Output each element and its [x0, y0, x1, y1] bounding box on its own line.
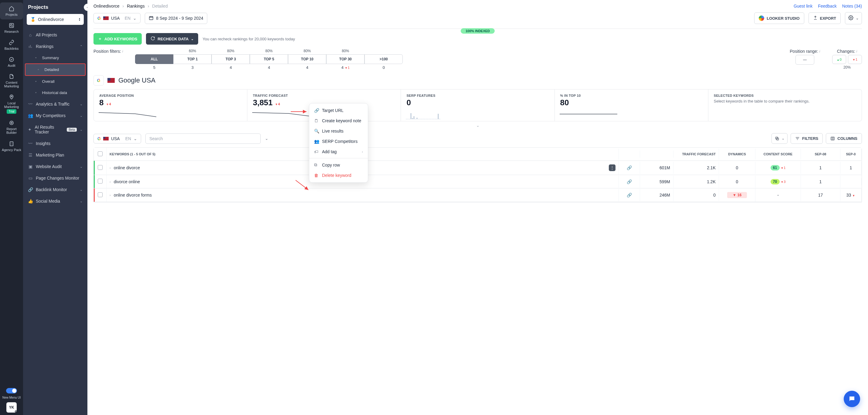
- iconbar-research[interactable]: Research: [0, 20, 23, 36]
- menu-add-tag[interactable]: 🏷Add tag›: [309, 147, 368, 157]
- table-row[interactable]: ›divorce online 🔗 599M 1.2K 0 70 3 1: [94, 175, 862, 188]
- sidebar-item-marketing-plan[interactable]: ☰Marketing Plan: [23, 149, 87, 161]
- select-all-checkbox[interactable]: [98, 151, 102, 156]
- menu-target-url[interactable]: 🔗Target URL: [309, 105, 368, 116]
- col-traffic[interactable]: TRAFFIC FORECAST: [674, 149, 719, 160]
- chat-fab[interactable]: [844, 391, 860, 407]
- recheck-data-button[interactable]: RECHECK DATA ⌄: [146, 33, 198, 44]
- ai-icon: ✦: [28, 127, 32, 132]
- col-sep09[interactable]: SEP-0: [840, 149, 862, 160]
- row-checkbox[interactable]: [98, 179, 102, 184]
- filter-top1[interactable]: TOP 1: [173, 54, 212, 64]
- table-region-picker[interactable]: G USA EN ⌄: [93, 134, 141, 143]
- crumb-1[interactable]: Rankings: [127, 4, 145, 8]
- copy-icon: ⧉: [314, 162, 319, 167]
- menu-delete-keyword[interactable]: 🗑Delete keyword: [309, 170, 368, 181]
- filter-top10[interactable]: TOP 10: [288, 54, 326, 64]
- expand-row-icon[interactable]: ›: [110, 180, 111, 184]
- col-sep08[interactable]: SEP-08: [801, 149, 840, 160]
- changes-up[interactable]: 0: [832, 55, 846, 64]
- link-icon[interactable]: 🔗: [627, 165, 632, 170]
- chevron-down-icon: ⌄: [80, 128, 83, 132]
- crumb-0[interactable]: Onlinedivorce: [93, 4, 120, 8]
- copy-button[interactable]: ⌄: [772, 133, 787, 144]
- main: Onlinedivorce› Rankings› Detailed Guest …: [87, 0, 868, 415]
- position-filters-label: Position filters: i: [93, 49, 123, 54]
- notes-link[interactable]: Notes (34): [842, 4, 862, 8]
- iconbar-content[interactable]: Content Marketing: [0, 70, 23, 91]
- chevron-down-icon: ⌄: [80, 199, 83, 203]
- filter-top3[interactable]: TOP 3: [212, 54, 250, 64]
- filters-button[interactable]: FILTERS: [790, 133, 823, 144]
- sidebar-item-page-monitor[interactable]: ▭Page Changes Monitor: [23, 172, 87, 184]
- engine-title: Google USA: [118, 76, 155, 84]
- sidebar-item-historical[interactable]: •Historical data: [23, 87, 87, 98]
- guest-link[interactable]: Guest link: [794, 4, 812, 8]
- add-keywords-button[interactable]: ＋ ADD KEYWORDS: [93, 33, 142, 44]
- sidebar-item-rankings[interactable]: Rankings ⌃: [23, 41, 87, 52]
- beta-badge: Beta: [67, 128, 77, 132]
- search-input[interactable]: Search: [145, 133, 261, 144]
- looker-studio-button[interactable]: LOOKER STUDIO: [754, 12, 804, 24]
- sidebar-item-competitors[interactable]: 👥My Competitors⌄: [23, 110, 87, 121]
- expand-row-icon[interactable]: ›: [110, 193, 111, 197]
- region-picker[interactable]: G USA EN ⌄: [93, 13, 141, 23]
- menu-ui-toggle[interactable]: [6, 388, 17, 393]
- row-menu-button[interactable]: ⋮: [609, 164, 616, 171]
- pulse-icon: 〰: [28, 102, 33, 106]
- menu-serp-competitors[interactable]: 👥SERP Competitors: [309, 136, 368, 147]
- sidebar-item-analytics[interactable]: 〰Analytics & Traffic⌄: [23, 98, 87, 110]
- sidebar-item-detailed[interactable]: •Detailed: [25, 63, 86, 76]
- sidebar-item-backlink-monitor[interactable]: 🔗Backlink Monitor⌄: [23, 184, 87, 195]
- filter-top30[interactable]: TOP 30: [326, 54, 365, 64]
- sidebar-item-social[interactable]: 👍Social Media⌄: [23, 195, 87, 207]
- avatar[interactable]: YK ⚙: [6, 402, 17, 413]
- columns-icon: [830, 136, 835, 141]
- table-row[interactable]: ›online divorce⋮ 🔗 601M 2.1K 0 61 1 1 1: [94, 161, 862, 175]
- google-icon: G: [93, 75, 104, 86]
- google-icon: G: [97, 16, 101, 21]
- link-icon[interactable]: 🔗: [627, 179, 632, 184]
- chevron-down-icon[interactable]: ⌄: [265, 136, 268, 141]
- settings-button[interactable]: ⌄: [845, 12, 862, 24]
- changes-down[interactable]: 1: [848, 55, 862, 64]
- sidebar-item-insights[interactable]: 〰Insights: [23, 138, 87, 149]
- col-content[interactable]: CONTENT SCORE: [755, 149, 801, 160]
- iconbar-audit[interactable]: Audit: [0, 54, 23, 70]
- expand-toggle[interactable]: ⌄: [87, 121, 868, 132]
- filter-all[interactable]: ALL: [135, 54, 173, 64]
- columns-button[interactable]: COLUMNS: [826, 133, 862, 144]
- menu-copy-row[interactable]: ⧉Copy row: [309, 160, 368, 170]
- filter-gt100[interactable]: >100: [365, 54, 403, 64]
- expand-row-icon[interactable]: ›: [110, 166, 111, 169]
- looker-icon: [759, 15, 764, 21]
- iconbar-backlinks[interactable]: Backlinks: [0, 36, 23, 54]
- chevron-down-icon: ⌄: [80, 188, 83, 192]
- sidebar-item-overall[interactable]: •Overall: [23, 76, 87, 87]
- sidebar-item-all-projects[interactable]: ⌂ All Projects: [23, 29, 87, 41]
- table-row[interactable]: ›online divorce forms 🔗 246M 0 ▼ 16 - 17…: [94, 188, 862, 202]
- date-range-picker[interactable]: 8 Sep 2024 - 9 Sep 2024: [145, 13, 207, 24]
- iconbar-report[interactable]: Report Builder: [0, 117, 23, 137]
- link-icon: 🔗: [28, 187, 33, 192]
- menu-create-note[interactable]: 🗒Create keyword note: [309, 116, 368, 126]
- sidebar-item-website-audit[interactable]: ▣Website Audit⌄: [23, 161, 87, 172]
- feedback-link[interactable]: Feedback: [818, 4, 836, 8]
- project-selector[interactable]: 🏅 Onlinedivorce ▴▾: [27, 14, 84, 25]
- export-button[interactable]: EXPORT: [808, 12, 841, 24]
- menu-live-results[interactable]: 🔍Live results: [309, 126, 368, 136]
- col-dynamics[interactable]: DYNAMICS: [719, 149, 755, 160]
- iconbar-agency[interactable]: Agency Pack: [0, 138, 23, 155]
- filter-top5[interactable]: TOP 5: [250, 54, 288, 64]
- iconbar-local[interactable]: Local Marketing Trial: [0, 91, 23, 117]
- sidebar-item-summary[interactable]: •Summary: [23, 52, 87, 63]
- sidebar-item-ai-tracker[interactable]: ✦AI Results TrackerBeta⌄: [23, 121, 87, 138]
- link-icon[interactable]: 🔗: [627, 193, 632, 197]
- bars-icon: [28, 44, 33, 49]
- medal-icon: 🏅: [30, 17, 35, 22]
- iconbar-projects[interactable]: Projects: [0, 2, 23, 20]
- row-checkbox[interactable]: [98, 165, 102, 170]
- row-checkbox[interactable]: [98, 192, 102, 197]
- iconbar-label: Backlinks: [5, 47, 19, 50]
- position-range-input[interactable]: —: [796, 55, 814, 65]
